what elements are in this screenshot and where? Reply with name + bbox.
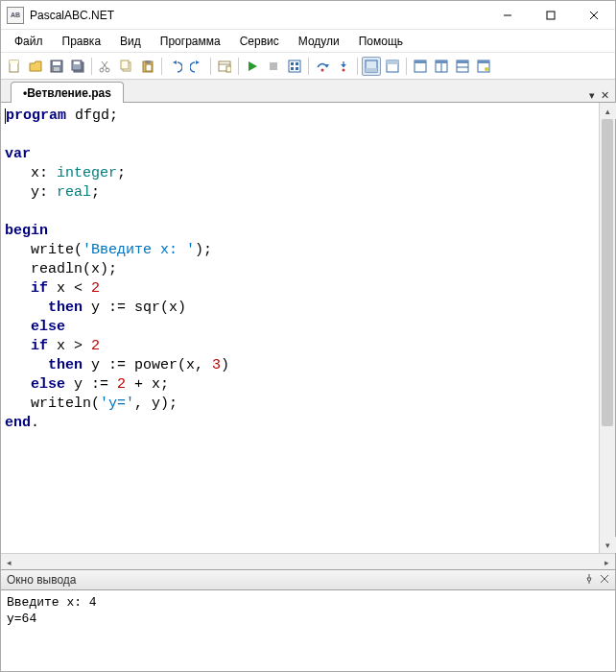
file-tab[interactable]: •Ветвление.pas (11, 82, 124, 103)
output-panel-title: Окно вывода (7, 573, 77, 587)
vertical-scrollbar[interactable]: ▴ ▾ (599, 103, 615, 553)
titlebar: AB PascalABC.NET (1, 1, 615, 30)
copy-icon[interactable] (117, 57, 136, 76)
svg-rect-26 (291, 62, 294, 65)
menu-file[interactable]: Файл (5, 32, 53, 51)
toolbar-separator (308, 58, 309, 75)
pin-icon[interactable] (584, 573, 594, 587)
minimize-button[interactable] (486, 1, 529, 29)
tab-close-icon[interactable]: ✕ (601, 89, 609, 102)
toolbar-separator (357, 58, 358, 75)
scroll-left-icon[interactable]: ◂ (1, 554, 17, 570)
save-icon[interactable] (47, 57, 66, 76)
code-number: 2 (91, 338, 100, 354)
toolbar-separator (161, 58, 162, 75)
svg-rect-25 (289, 60, 300, 72)
svg-rect-24 (270, 62, 277, 70)
output-line: y=64 (7, 612, 36, 626)
code-keyword: if (31, 280, 48, 297)
stop-icon[interactable] (264, 57, 283, 76)
svg-rect-11 (74, 61, 80, 64)
svg-rect-29 (296, 67, 298, 70)
menu-edit[interactable]: Правка (53, 32, 111, 51)
close-panel-icon[interactable] (600, 573, 609, 587)
svg-rect-42 (457, 60, 468, 63)
window-controls (486, 1, 615, 29)
toolbar (1, 53, 615, 80)
editor-pane: program dfgd; var x: integer; y: real; b… (1, 103, 615, 553)
code-editor[interactable]: program dfgd; var x: integer; y: real; b… (1, 103, 599, 553)
code-keyword: var (5, 146, 31, 162)
properties-icon[interactable] (215, 57, 234, 76)
code-number: 2 (91, 280, 100, 297)
toolbar-separator (406, 58, 407, 75)
paste-icon[interactable] (138, 57, 157, 76)
svg-point-46 (485, 67, 488, 71)
menubar: Файл Правка Вид Программа Сервис Модули … (1, 30, 615, 53)
compile-icon[interactable] (285, 57, 304, 76)
toolbar-separator (210, 58, 211, 75)
svg-rect-7 (53, 61, 60, 65)
horizontal-scrollbar[interactable]: ◂ ▸ (1, 553, 615, 569)
window-1-icon[interactable] (411, 57, 430, 76)
output-panel-body[interactable]: Введите x: 4 y=64 (1, 590, 615, 671)
undo-icon[interactable] (166, 57, 185, 76)
window-2-icon[interactable] (432, 57, 451, 76)
save-all-icon[interactable] (68, 57, 87, 76)
output-line: Введите x: 4 (7, 595, 97, 610)
cut-icon[interactable] (96, 57, 115, 76)
svg-rect-17 (121, 60, 129, 69)
svg-rect-39 (436, 60, 447, 63)
svg-rect-20 (146, 64, 152, 71)
new-file-icon[interactable] (5, 57, 24, 76)
code-keyword: else (31, 376, 65, 393)
step-over-icon[interactable] (313, 57, 332, 76)
svg-rect-23 (226, 66, 231, 72)
code-keyword: then (48, 300, 83, 316)
window-4-icon[interactable] (474, 57, 493, 76)
tab-strip: •Ветвление.pas ▾ ✕ (1, 80, 615, 103)
svg-point-30 (321, 68, 324, 71)
panel-toggle-a-icon[interactable] (362, 57, 381, 76)
code-text: x: (31, 165, 57, 181)
scroll-down-icon[interactable]: ▾ (600, 537, 616, 553)
menu-modules[interactable]: Модули (289, 32, 349, 51)
code-text: write( (31, 242, 83, 258)
menu-program[interactable]: Программа (151, 32, 230, 51)
svg-rect-33 (366, 68, 377, 72)
app-icon: AB (7, 7, 24, 24)
code-text: readln(x); (5, 261, 117, 277)
svg-rect-37 (415, 60, 426, 63)
code-number: 3 (212, 357, 221, 373)
code-keyword: if (31, 338, 48, 354)
scroll-thumb[interactable] (602, 119, 613, 426)
window-3-icon[interactable] (453, 57, 472, 76)
step-into-icon[interactable] (334, 57, 353, 76)
svg-rect-1 (547, 12, 555, 19)
svg-rect-45 (478, 60, 489, 63)
scroll-up-icon[interactable]: ▴ (600, 103, 616, 119)
code-keyword: else (31, 319, 65, 335)
menu-view[interactable]: Вид (110, 32, 151, 51)
tab-dropdown-icon[interactable]: ▾ (589, 89, 595, 102)
scroll-right-icon[interactable]: ▸ (599, 554, 615, 570)
code-keyword: then (48, 357, 83, 373)
output-panel-header: Окно вывода (1, 569, 615, 590)
code-type: real (57, 184, 91, 201)
close-button[interactable] (572, 1, 615, 29)
menu-service[interactable]: Сервис (230, 32, 289, 51)
svg-rect-19 (145, 60, 151, 63)
maximize-button[interactable] (529, 1, 572, 29)
run-icon[interactable] (243, 57, 262, 76)
toolbar-separator (91, 58, 92, 75)
menu-help[interactable]: Помощь (349, 32, 413, 51)
app-title: PascalABC.NET (30, 9, 486, 22)
panel-toggle-b-icon[interactable] (383, 57, 402, 76)
code-keyword: program (6, 108, 66, 124)
code-text: dfgd; (66, 108, 118, 124)
redo-icon[interactable] (187, 57, 206, 76)
svg-rect-35 (387, 60, 398, 64)
open-file-icon[interactable] (26, 57, 45, 76)
code-keyword: begin (5, 223, 48, 239)
svg-rect-27 (296, 62, 298, 65)
